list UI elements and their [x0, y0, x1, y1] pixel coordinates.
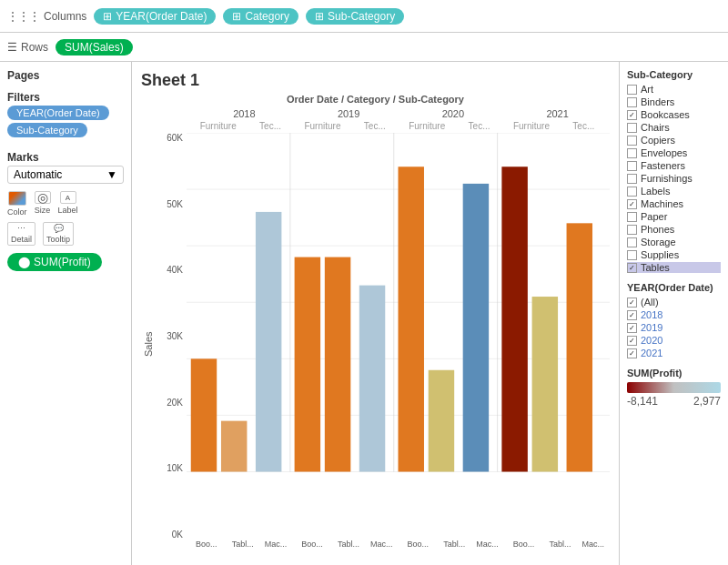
gradient-bar: [627, 382, 721, 393]
checkbox-phones[interactable]: [627, 225, 637, 235]
bars-svg: [187, 133, 610, 540]
checkbox-2021[interactable]: [627, 348, 637, 358]
x-label-boo4: Boo...: [504, 540, 544, 556]
color-label: Color: [7, 207, 27, 217]
cat-furniture-3: Furniture: [401, 121, 453, 131]
checkbox-paper[interactable]: [627, 212, 637, 222]
x-label-tabl2: Tabl...: [332, 540, 365, 556]
y-ticks-container: 60K 50K 40K 30K 20K 10K 0K: [156, 133, 187, 556]
legend-item-binders: Binders: [627, 96, 721, 107]
year-legend: YEAR(Order Date) (All) 2018 2019: [627, 282, 721, 358]
x-label-mac1: Mac...: [259, 540, 292, 556]
legend-item-supplies: Supplies: [627, 249, 721, 260]
checkbox-2020[interactable]: [627, 336, 637, 346]
bar-2018-furn-bookcases: [191, 358, 217, 471]
label-icon: A: [60, 191, 76, 204]
label-control[interactable]: A Label: [58, 191, 78, 217]
filter-year-pill[interactable]: YEAR(Order Date): [7, 106, 109, 120]
checkbox-storage[interactable]: [627, 237, 637, 247]
detail-icon: ⋯: [17, 224, 25, 233]
legend-label-phones: Phones: [641, 224, 674, 235]
x-axis-labels: Boo... Tabl... Mac... Boo... Tabl... Mac…: [187, 540, 610, 556]
category-pill[interactable]: ⊞ Category: [223, 8, 298, 25]
x-label-boo1: Boo...: [187, 540, 227, 556]
year-order-date-pill[interactable]: ⊞ YEAR(Order Date): [94, 8, 216, 25]
y-ticks: 60K 50K 40K 30K 20K 10K 0K: [167, 133, 183, 540]
chevron-down-icon: ▼: [106, 168, 117, 181]
checkbox-chairs[interactable]: [627, 123, 637, 133]
bar-2018-tech-machines: [256, 212, 281, 472]
profit-gradient: -8,141 2,977: [627, 382, 721, 408]
size-control[interactable]: ◎ Size: [35, 191, 51, 217]
rows-label: ☰ Rows: [7, 41, 48, 54]
x-label-boo2: Boo...: [292, 540, 332, 556]
y-tick-30k: 30K: [167, 331, 183, 341]
cat-tec-2: Tec...: [349, 121, 400, 131]
subcategory-legend-title: Sub-Category: [627, 69, 721, 80]
bar-2020-tech-machines: [463, 184, 489, 472]
legend-label-tables: Tables: [641, 262, 670, 273]
legend-label-fasteners: Fasteners: [641, 160, 685, 171]
checkbox-binders[interactable]: [627, 97, 637, 107]
sum-profit-label: SUM(Profit): [34, 256, 91, 268]
y-tick-40k: 40K: [167, 265, 183, 275]
y-tick-20k: 20K: [167, 398, 183, 408]
cat-tec-3: Tec...: [453, 121, 505, 131]
pill-label: Sub-Category: [328, 10, 395, 23]
year-2018: 2018: [192, 108, 297, 119]
gradient-labels: -8,141 2,977: [627, 395, 721, 408]
checkbox-tables[interactable]: [627, 263, 637, 273]
checkbox-envelopes[interactable]: [627, 148, 637, 158]
legend-label-2020: 2020: [641, 335, 662, 346]
filters-title: Filters: [7, 91, 124, 104]
checkbox-fasteners[interactable]: [627, 161, 637, 171]
legend-label-copiers: Copiers: [641, 135, 675, 146]
sum-sales-label: SUM(Sales): [65, 41, 124, 54]
bar-2021-tech-machines: [567, 223, 592, 471]
legend-item-2018: 2018: [627, 309, 721, 320]
legend-label-paper: Paper: [641, 211, 667, 222]
cat-furniture-2: Furniture: [297, 121, 349, 131]
pill-label: YEAR(Order Date): [116, 10, 207, 23]
rows-bar: ☰ Rows SUM(Sales): [0, 33, 728, 62]
checkbox-machines[interactable]: [627, 199, 637, 209]
checkbox-art[interactable]: [627, 85, 637, 95]
color-swatch: ⬤: [18, 256, 30, 268]
legend-label-machines: Machines: [641, 198, 683, 209]
checkbox-bookcases[interactable]: [627, 110, 637, 120]
right-scroll: Sub-Category Art Binders Bookcases: [627, 69, 721, 417]
checkbox-furnishings[interactable]: [627, 174, 637, 184]
sum-sales-pill[interactable]: SUM(Sales): [56, 39, 133, 55]
pages-section: Pages: [7, 69, 124, 84]
tooltip-control[interactable]: 💬 Tooltip: [43, 222, 74, 246]
legend-label-chairs: Chairs: [641, 122, 670, 133]
detail-control[interactable]: ⋯ Detail: [7, 222, 35, 246]
checkbox-2019[interactable]: [627, 323, 637, 333]
checkbox-labels[interactable]: [627, 187, 637, 197]
legend-item-labels: Labels: [627, 186, 721, 197]
subcategory-legend: Sub-Category Art Binders Bookcases: [627, 69, 721, 273]
sum-profit-pill[interactable]: ⬤ SUM(Profit): [7, 253, 102, 271]
marks-type-dropdown[interactable]: Automatic ▼: [7, 166, 124, 184]
cat-furniture-1: Furniture: [192, 121, 244, 131]
bar-2021-furn-tables: [532, 297, 558, 471]
x-label-mac2: Mac...: [365, 540, 398, 556]
legend-item-art: Art: [627, 84, 721, 95]
y-tick-50k: 50K: [167, 199, 183, 209]
pill-icon: ⊞: [103, 10, 112, 23]
subcategory-pill[interactable]: ⊞ Sub-Category: [306, 8, 404, 25]
checkbox-supplies[interactable]: [627, 250, 637, 260]
bar-2020-furn-bookcases: [399, 166, 424, 471]
bar-2019-furn-tables: [325, 257, 350, 472]
rows-icon: ☰: [7, 41, 17, 54]
pill-label: Category: [245, 10, 289, 23]
color-control[interactable]: Color: [7, 191, 27, 217]
checkbox-all[interactable]: [627, 298, 637, 308]
columns-text: Columns: [44, 10, 86, 23]
columns-bar: ⋮⋮⋮ Columns ⊞ YEAR(Order Date) ⊞ Categor…: [0, 0, 728, 33]
profit-min: -8,141: [627, 395, 658, 408]
filter-subcategory-pill[interactable]: Sub-Category: [7, 123, 87, 137]
checkbox-copiers[interactable]: [627, 136, 637, 146]
checkbox-2018[interactable]: [627, 310, 637, 320]
marks-row2: ⋯ Detail 💬 Tooltip: [7, 222, 124, 246]
